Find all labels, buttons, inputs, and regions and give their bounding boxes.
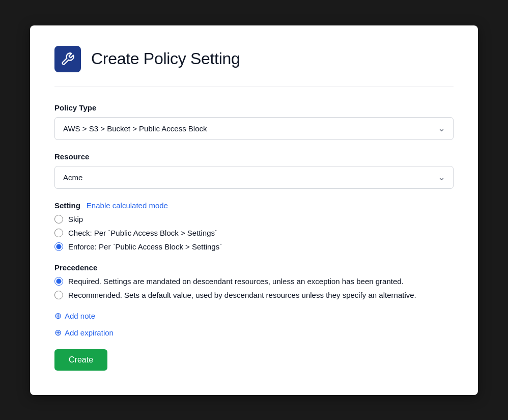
resource-select[interactable]: Acme <box>54 166 454 189</box>
precedence-required-item[interactable]: Required. Settings are mandated on desce… <box>54 277 454 286</box>
resource-section: Resource Acme ⌄ <box>54 152 454 189</box>
resource-label: Resource <box>54 152 454 161</box>
add-expiration-label: Add expiration <box>65 328 114 337</box>
precedence-radio-group: Required. Settings are mandated on desce… <box>54 277 454 299</box>
add-expiration-plus-icon: ⊕ <box>54 328 62 337</box>
precedence-recommended-label: Recommended. Sets a default value, used … <box>68 291 416 299</box>
setting-check-radio[interactable] <box>54 229 63 237</box>
setting-enforce-item[interactable]: Enforce: Per `Public Access Block > Sett… <box>54 242 454 251</box>
setting-check-label: Check: Per `Public Access Block > Settin… <box>68 229 217 237</box>
policy-type-section: Policy Type AWS > S3 > Bucket > Public A… <box>54 103 454 140</box>
create-button[interactable]: Create <box>54 349 107 371</box>
header-icon-container <box>54 46 81 72</box>
modal-container: Create Policy Setting Policy Type AWS > … <box>30 25 478 395</box>
precedence-recommended-radio[interactable] <box>54 291 63 299</box>
wrench-icon <box>61 52 75 66</box>
precedence-section: Precedence Required. Settings are mandat… <box>54 263 454 299</box>
add-note-link[interactable]: ⊕ Add note <box>54 312 454 320</box>
add-expiration-link[interactable]: ⊕ Add expiration <box>54 328 454 337</box>
setting-section: Setting Enable calculated mode Skip Chec… <box>54 201 454 251</box>
add-note-label: Add note <box>65 312 95 320</box>
policy-type-select[interactable]: AWS > S3 > Bucket > Public Access Block <box>54 117 454 140</box>
policy-type-label: Policy Type <box>54 103 454 112</box>
setting-enforce-label: Enforce: Per `Public Access Block > Sett… <box>68 242 222 251</box>
page-title: Create Policy Setting <box>91 49 240 68</box>
precedence-recommended-item[interactable]: Recommended. Sets a default value, used … <box>54 291 454 299</box>
resource-select-wrapper: Acme ⌄ <box>54 166 454 189</box>
setting-radio-group: Skip Check: Per `Public Access Block > S… <box>54 215 454 251</box>
setting-skip-label: Skip <box>68 215 83 223</box>
policy-type-select-wrapper: AWS > S3 > Bucket > Public Access Block … <box>54 117 454 140</box>
setting-label-row: Setting Enable calculated mode <box>54 201 454 210</box>
precedence-required-label: Required. Settings are mandated on desce… <box>68 277 404 286</box>
precedence-label: Precedence <box>54 263 454 272</box>
setting-label: Setting <box>54 201 80 210</box>
modal-header: Create Policy Setting <box>54 46 454 87</box>
enable-calculated-mode-link[interactable]: Enable calculated mode <box>87 201 168 210</box>
precedence-required-radio[interactable] <box>54 277 63 286</box>
setting-skip-radio[interactable] <box>54 215 63 223</box>
setting-check-item[interactable]: Check: Per `Public Access Block > Settin… <box>54 229 454 237</box>
add-note-plus-icon: ⊕ <box>54 312 62 320</box>
setting-skip-item[interactable]: Skip <box>54 215 454 223</box>
setting-enforce-radio[interactable] <box>54 242 63 251</box>
